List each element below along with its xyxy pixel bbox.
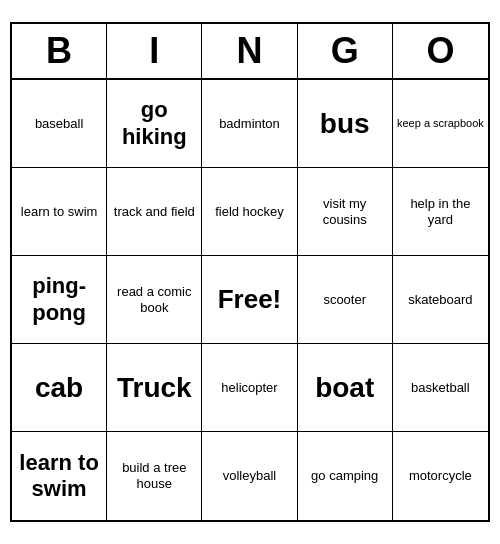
bingo-cell: go hiking <box>107 80 202 168</box>
bingo-cell: Truck <box>107 344 202 432</box>
header-letter: G <box>298 24 393 78</box>
bingo-cell: cab <box>12 344 107 432</box>
bingo-cell: scooter <box>298 256 393 344</box>
bingo-cell: go camping <box>298 432 393 520</box>
bingo-cell: learn to swim <box>12 432 107 520</box>
bingo-cell: help in the yard <box>393 168 488 256</box>
bingo-cell: helicopter <box>202 344 297 432</box>
bingo-cell: Free! <box>202 256 297 344</box>
bingo-cell: baseball <box>12 80 107 168</box>
bingo-cell: basketball <box>393 344 488 432</box>
header-letter: I <box>107 24 202 78</box>
bingo-cell: keep a scrapbook <box>393 80 488 168</box>
bingo-cell: field hockey <box>202 168 297 256</box>
bingo-cell: volleyball <box>202 432 297 520</box>
bingo-cell: motorcycle <box>393 432 488 520</box>
bingo-card: BINGO baseballgo hikingbadmintonbuskeep … <box>10 22 490 522</box>
header-letter: N <box>202 24 297 78</box>
bingo-cell: bus <box>298 80 393 168</box>
bingo-cell: skateboard <box>393 256 488 344</box>
bingo-cell: ping-pong <box>12 256 107 344</box>
bingo-cell: read a comic book <box>107 256 202 344</box>
bingo-cell: build a tree house <box>107 432 202 520</box>
bingo-cell: visit my cousins <box>298 168 393 256</box>
header-letter: O <box>393 24 488 78</box>
header-letter: B <box>12 24 107 78</box>
bingo-cell: badminton <box>202 80 297 168</box>
bingo-cell: learn to swim <box>12 168 107 256</box>
bingo-cell: track and field <box>107 168 202 256</box>
bingo-header: BINGO <box>12 24 488 80</box>
bingo-grid: baseballgo hikingbadmintonbuskeep a scra… <box>12 80 488 520</box>
bingo-cell: boat <box>298 344 393 432</box>
